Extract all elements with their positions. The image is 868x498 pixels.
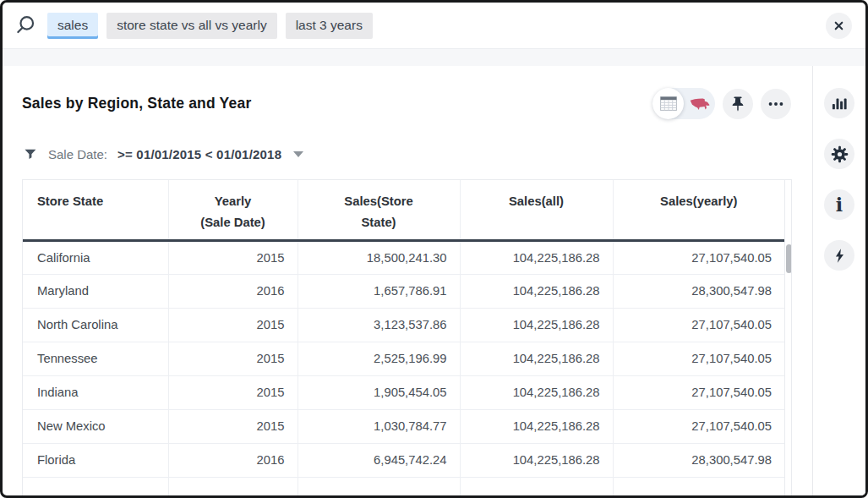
results-table: Store StateYearly(Sale Date)Sales(StoreS…	[22, 179, 792, 495]
subheader-strip	[3, 49, 865, 66]
cell-value[interactable]: 1,905,454.05	[298, 375, 460, 409]
cell-value[interactable]: 27,107,540.05	[613, 375, 784, 409]
right-toolbar: i	[812, 66, 865, 495]
cell-store-state[interactable]: California	[23, 240, 168, 274]
cell-value	[613, 477, 784, 495]
cell-value[interactable]: 104,225,186.28	[460, 342, 613, 375]
cell-store-state[interactable]: Tennessee	[23, 342, 168, 375]
cell-value[interactable]: 104,225,186.28	[460, 308, 613, 342]
column-header[interactable]: Sales(StoreState)	[298, 180, 460, 240]
data-table: Store StateYearly(Sale Date)Sales(StoreS…	[23, 180, 784, 495]
cell-value[interactable]: 2015	[168, 409, 298, 443]
map-view-icon	[689, 96, 711, 112]
insights-button[interactable]	[824, 240, 854, 271]
info-button[interactable]: i	[824, 189, 854, 220]
answer-panel: Sales by Region, State and Year	[3, 66, 812, 495]
title-row: Sales by Region, State and Year	[22, 88, 791, 119]
table-row: California201518,500,241.30104,225,186.2…	[23, 240, 784, 274]
scrollbar-thumb[interactable]	[786, 244, 792, 273]
filter-label: Sale Date:	[48, 147, 107, 161]
table-row-partial	[23, 477, 784, 495]
table-row: North Carolina20153,123,537.86104,225,18…	[23, 308, 784, 342]
toolbar	[652, 88, 791, 119]
settings-button[interactable]	[824, 139, 854, 169]
cell-value[interactable]: 27,107,540.05	[613, 342, 784, 375]
page-title: Sales by Region, State and Year	[22, 95, 251, 112]
cell-store-state[interactable]: Indiana	[23, 375, 168, 409]
cell-value[interactable]: 2015	[168, 240, 298, 274]
cell-value	[460, 477, 613, 495]
table-row: Tennessee20152,525,196.99104,225,186.282…	[23, 342, 784, 375]
cell-store-state[interactable]: Maryland	[23, 274, 168, 308]
cell-store-state[interactable]: Florida	[23, 443, 168, 477]
column-header[interactable]: Sales(all)	[460, 180, 613, 240]
bolt-icon	[831, 247, 849, 265]
cell-value[interactable]: 104,225,186.28	[460, 240, 613, 274]
filter-row[interactable]: Sale Date: >= 01/01/2015 < 01/01/2018	[22, 144, 791, 164]
cell-value[interactable]: 2015	[168, 308, 298, 342]
cell-store-state[interactable]: New Mexico	[23, 409, 168, 443]
chevron-down-icon[interactable]	[293, 151, 303, 157]
cell-value	[23, 477, 168, 495]
cell-value[interactable]: 28,300,547.98	[613, 443, 784, 477]
cell-value[interactable]: 2015	[168, 342, 298, 375]
cell-value[interactable]: 6,945,742.24	[298, 443, 460, 477]
app-window: salesstore state vs all vs yearlylast 3 …	[0, 0, 868, 498]
cell-value	[298, 477, 460, 495]
clear-search-button[interactable]	[826, 13, 852, 39]
cell-value[interactable]: 104,225,186.28	[460, 409, 613, 443]
cell-value[interactable]: 2016	[168, 274, 298, 308]
table-header-row: Store StateYearly(Sale Date)Sales(StoreS…	[23, 180, 784, 240]
cell-value[interactable]: 104,225,186.28	[460, 375, 613, 409]
table-view-icon	[660, 96, 677, 111]
search-token[interactable]: sales	[47, 13, 98, 39]
table-row: Maryland20161,657,786.91104,225,186.2828…	[23, 274, 784, 308]
pin-icon	[729, 95, 747, 113]
close-icon	[833, 19, 845, 32]
pin-button[interactable]	[723, 89, 753, 119]
search-token-list: salesstore state vs all vs yearlylast 3 …	[47, 13, 373, 39]
cell-value[interactable]: 18,500,241.30	[298, 240, 460, 274]
cell-value	[168, 477, 298, 495]
cell-value[interactable]: 28,300,547.98	[613, 274, 784, 308]
map-view-button[interactable]	[684, 96, 715, 112]
column-header[interactable]: Sales(yearly)	[613, 180, 784, 240]
cell-value[interactable]: 104,225,186.28	[460, 443, 613, 477]
cell-value[interactable]: 1,657,786.91	[298, 274, 460, 308]
table-row: Florida20166,945,742.24104,225,186.2828,…	[23, 443, 784, 477]
cell-value[interactable]: 2,525,196.99	[298, 342, 460, 375]
cell-value[interactable]: 27,107,540.05	[613, 308, 784, 342]
search-icon	[14, 14, 37, 37]
cell-value[interactable]: 27,107,540.05	[613, 240, 784, 274]
search-token[interactable]: store state vs all vs yearly	[106, 13, 276, 39]
table-scrollbar[interactable]	[784, 180, 791, 495]
cell-value[interactable]: 3,123,537.86	[298, 308, 460, 342]
cell-value[interactable]: 104,225,186.28	[460, 274, 613, 308]
search-bar[interactable]: salesstore state vs all vs yearlylast 3 …	[3, 3, 865, 49]
more-options-button[interactable]	[761, 89, 791, 119]
gear-icon	[830, 145, 849, 164]
cell-value[interactable]: 1,030,784.77	[298, 409, 460, 443]
table-view-button[interactable]	[652, 88, 684, 119]
view-toggle[interactable]	[652, 88, 715, 119]
cell-value[interactable]: 2015	[168, 375, 298, 409]
bar-chart-icon	[830, 94, 849, 112]
ellipsis-icon	[767, 95, 785, 113]
funnel-icon	[22, 146, 38, 162]
filter-value[interactable]: >= 01/01/2015 < 01/01/2018	[117, 147, 281, 161]
column-header[interactable]: Yearly(Sale Date)	[168, 180, 298, 240]
cell-store-state[interactable]: North Carolina	[23, 308, 168, 342]
info-icon: i	[836, 195, 843, 214]
chart-type-button[interactable]	[824, 88, 854, 118]
table-row: New Mexico20151,030,784.77104,225,186.28…	[23, 409, 784, 443]
table-row: Indiana20151,905,454.05104,225,186.2827,…	[23, 375, 784, 409]
cell-value[interactable]: 27,107,540.05	[613, 409, 784, 443]
search-token[interactable]: last 3 years	[286, 13, 373, 39]
column-header[interactable]: Store State	[23, 180, 168, 240]
cell-value[interactable]: 2016	[168, 443, 298, 477]
